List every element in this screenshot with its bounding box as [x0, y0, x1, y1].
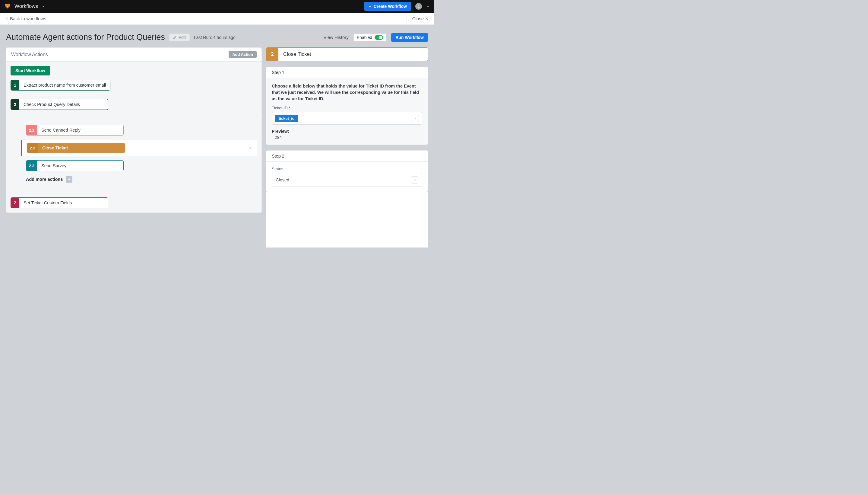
topbar-left: Workflows [4, 2, 45, 10]
step-3-row[interactable]: 2 Set Ticket Custom Fields [11, 198, 257, 208]
step-number: 2.2 [27, 143, 38, 153]
panel-title: Workflow Actions [11, 52, 48, 57]
step-label: Set Ticket Custom Fields [19, 198, 76, 208]
edit-label: Edit [179, 35, 186, 40]
panel-header: Workflow Actions Add Action [6, 48, 262, 62]
preview-label: Preview: [272, 129, 422, 134]
sub-bar: Back to workflows Close [0, 13, 434, 25]
add-more-actions-label: Add more actions [26, 177, 63, 182]
close-button[interactable]: Close [407, 13, 429, 24]
status-select[interactable]: Closed [272, 173, 422, 187]
run-workflow-button[interactable]: Run Workflow [391, 33, 428, 42]
step-number: 2 [11, 198, 19, 208]
page-title: Automate Agent actions for Product Queri… [6, 33, 165, 42]
back-label: Back to workflows [10, 16, 46, 21]
page-header: Automate Agent actions for Product Queri… [0, 25, 434, 47]
detail-header: 2 Close Ticket [266, 47, 428, 61]
detail-title: Close Ticket [278, 48, 316, 61]
step-2-3-row[interactable]: 2.3 Send Survey [26, 160, 252, 171]
step-number: 2.1 [26, 125, 37, 135]
status-value: Closed [276, 177, 289, 182]
ticket-id-token: ticket_id [275, 115, 298, 122]
ticket-id-label: Ticket ID * [272, 106, 422, 110]
create-workflow-label: Create Workflow [374, 4, 407, 9]
chevron-down-icon[interactable] [411, 176, 418, 184]
main-columns: Workflow Actions Add Action Start Workfl… [0, 47, 434, 243]
topbar-right: Create Workflow [364, 2, 430, 11]
panel-body: Start Workflow 1 Extract product name fr… [6, 62, 262, 212]
enabled-label: Enabled [357, 35, 372, 40]
add-action-button[interactable]: Add Action [229, 51, 256, 58]
workflow-actions-column: Workflow Actions Add Action Start Workfl… [6, 47, 262, 213]
brand-name[interactable]: Workflows [15, 3, 38, 10]
nested-actions-box: 2.1 Send Canned Reply 2.2 Close Ticket [21, 115, 257, 188]
step-1-row[interactable]: 1 Extract product name from customer ema… [11, 80, 257, 90]
start-workflow-button[interactable]: Start Workflow [11, 66, 50, 75]
top-bar: Workflows Create Workflow [0, 0, 434, 13]
close-label: Close [412, 16, 424, 21]
step-2-1-row[interactable]: 2.1 Send Canned Reply [26, 125, 252, 136]
view-history-link[interactable]: View History [324, 35, 349, 40]
avatar[interactable] [415, 3, 422, 10]
fox-logo-icon [4, 2, 11, 10]
detail-panel-filler [266, 192, 428, 248]
step-label: Extract product name from customer email [19, 80, 110, 90]
step-label: Close Ticket [38, 143, 72, 153]
step-number: 2.3 [26, 160, 37, 171]
step-2-2-row-selected[interactable]: 2.2 Close Ticket [21, 140, 257, 156]
enabled-toggle[interactable] [375, 35, 383, 40]
ticket-id-select[interactable]: ticket_id [272, 112, 422, 125]
detail-column: 2 Close Ticket Step 1 Choose a field bel… [266, 47, 428, 237]
back-to-workflows-link[interactable]: Back to workflows [5, 16, 46, 21]
step-label: Send Canned Reply [37, 125, 85, 135]
step1-heading: Step 1 [266, 67, 428, 78]
enabled-toggle-container: Enabled [353, 34, 386, 41]
header-left: Automate Agent actions for Product Queri… [6, 33, 235, 42]
chevron-down-icon[interactable] [42, 4, 45, 8]
step1-body: Choose a field below that holds the valu… [266, 78, 428, 144]
step2-heading: Step 2 [266, 151, 428, 162]
header-right: View History Enabled Run Workflow [324, 33, 428, 42]
chevron-down-icon[interactable] [426, 4, 430, 8]
step2-body: Status Closed [266, 162, 428, 192]
step-2-row[interactable]: 2 Check Product Query Details [11, 99, 257, 110]
step1-card: Step 1 Choose a field below that holds t… [266, 67, 428, 145]
last-run-text: Last Run: 4 hours ago [194, 35, 235, 40]
preview-value: 294 [275, 135, 422, 140]
detail-step-number: 2 [266, 48, 278, 61]
create-workflow-button[interactable]: Create Workflow [364, 2, 411, 11]
step-label: Send Survey [37, 160, 71, 171]
step-number: 1 [11, 80, 19, 90]
status-label: Status [272, 167, 422, 171]
workflow-actions-panel: Workflow Actions Add Action Start Workfl… [6, 47, 262, 213]
step-number: 2 [11, 99, 19, 109]
step2-card: Step 2 Status Closed [266, 150, 428, 192]
chevron-right-icon [248, 146, 252, 150]
step1-instruction: Choose a field below that holds the valu… [272, 83, 422, 102]
edit-button[interactable]: Edit [169, 34, 190, 41]
svg-point-2 [418, 5, 419, 6]
step-label: Check Product Query Details [19, 99, 84, 109]
chevron-down-icon[interactable] [412, 115, 419, 122]
add-more-actions-button[interactable]: + [66, 176, 72, 183]
add-more-actions-row: Add more actions + [26, 176, 252, 183]
